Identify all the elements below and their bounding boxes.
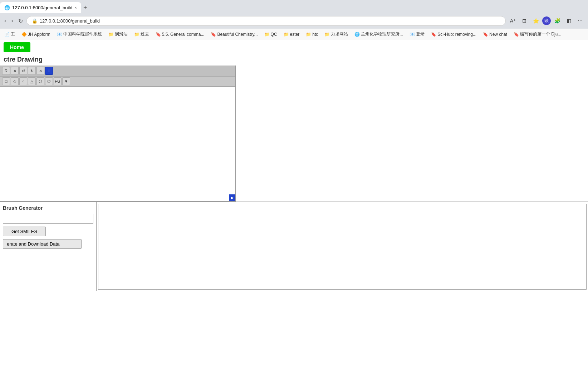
bookmark-htc[interactable]: 📁 htc [304, 31, 319, 38]
bookmark-past[interactable]: 📁 过去 [133, 30, 151, 38]
browser-tool-3[interactable]: ⭐ [531, 16, 541, 26]
bookmark-folder-icon: 📁 [306, 32, 311, 37]
page-title-area: ctre Drawing [0, 54, 588, 66]
drawing-toolbar: R ✕ ↺ ↻ ✕ i [0, 66, 235, 77]
tab-label: 127.0.0.1:8000/general_build [12, 5, 72, 10]
bookmark-folder-icon: 📁 [108, 32, 114, 37]
bookmark-lanzhou[interactable]: 🌐 兰州化学物理研究所... [353, 30, 405, 38]
back-button[interactable]: ‹ [3, 16, 8, 25]
tool-diamond[interactable]: ◇ [11, 77, 19, 85]
smiles-input[interactable] [3, 214, 93, 224]
bookmark-icon: 🔖 [483, 32, 488, 37]
get-smiles-button[interactable]: Get SMILES [3, 227, 46, 236]
extension-icon[interactable]: 🧩 [552, 16, 562, 26]
page-title: ctre Drawing [4, 56, 584, 63]
bookmarks-bar: 📄 工 🔶 JH Appform 📧 中国科学院邮件系统 📁 润滑油 📁 过去 … [0, 29, 588, 40]
bookmark-qc[interactable]: 📁 QC [263, 31, 279, 38]
bookmark-folder-icon: 📁 [134, 32, 139, 37]
bottom-section: Brush Generator Get SMILES erate and Dow… [0, 202, 588, 291]
drawing-canvas-wrapper: R ✕ ↺ ↻ ✕ i □ ◇ ○ △ ⬡ ⬠ FG ▼ [0, 66, 236, 202]
drawing-toolbar2: □ ◇ ○ △ ⬡ ⬠ FG ▼ [0, 77, 235, 87]
active-tab[interactable]: 🌐 127.0.0.1:8000/general_build × [0, 2, 81, 13]
bookmark-newchat[interactable]: 🔖 New chat [481, 31, 509, 38]
tab-close-button[interactable]: × [74, 5, 77, 10]
tool-circle1[interactable]: ○ [19, 77, 27, 85]
tool-lasso[interactable]: ✕ [11, 67, 19, 75]
bookmark-jh[interactable]: 🔶 JH Appform [20, 31, 52, 38]
lock-icon: 🔒 [32, 18, 38, 24]
bookmark-folder-icon: 📁 [284, 32, 289, 37]
tool-triangle[interactable]: △ [28, 77, 36, 85]
bookmark-ester[interactable]: 📁 ester [282, 31, 301, 38]
bookmark-scihub[interactable]: 🔖 Sci-Hub: removing... [430, 31, 478, 38]
forward-button[interactable]: › [10, 16, 14, 25]
page-content: Home ctre Drawing R ✕ ↺ ↻ ✕ i □ ◇ ○ △ ⬡ [0, 40, 588, 368]
tool-info[interactable]: i [45, 67, 53, 75]
address-bar-row: ‹ › ↻ 🔒 127.0.0.1:8000/general_build A⁺ … [0, 13, 588, 29]
scroll-right-button[interactable]: ▶ [229, 194, 235, 201]
bookmark-icon: 🔖 [156, 32, 161, 37]
left-panel: Brush Generator Get SMILES erate and Dow… [0, 202, 97, 291]
bookmark-home[interactable]: 📄 工 [3, 30, 16, 38]
tool-redo[interactable]: ↻ [28, 67, 36, 75]
tool-fg[interactable]: FG [54, 77, 62, 85]
bookmark-chem[interactable]: 🔖 Beautiful Chemistry... [209, 31, 259, 38]
address-bar[interactable]: 🔒 127.0.0.1:8000/general_build [26, 16, 506, 26]
browser-toolbar: A⁺ ⊡ ⭐ 账 🧩 ◧ ⋯ [508, 16, 585, 26]
browser-tool-2[interactable]: ⊡ [519, 16, 529, 26]
bookmark-lube[interactable]: 📁 润滑油 [107, 30, 129, 38]
menu-icon[interactable]: ⋯ [575, 16, 585, 26]
tool-clear[interactable]: ✕ [36, 67, 44, 75]
tool-hex[interactable]: ⬡ [36, 77, 44, 85]
right-panel [98, 204, 587, 290]
tool-select[interactable]: R [2, 67, 10, 75]
bookmark-icon: 🔖 [431, 32, 436, 37]
sidebar-icon[interactable]: ◧ [564, 16, 574, 26]
bookmark-icon: 🔖 [211, 32, 216, 37]
generate-download-button[interactable]: erate and Download Data [3, 239, 82, 249]
url-text: 127.0.0.1:8000/general_build [40, 18, 500, 24]
tool-dropdown[interactable]: ▼ [62, 77, 70, 85]
profile-icon[interactable]: 账 [542, 16, 551, 25]
new-tab-button[interactable]: + [81, 3, 89, 12]
bookmark-icon: 📧 [57, 32, 62, 37]
drawing-section: R ✕ ↺ ↻ ✕ i □ ◇ ○ △ ⬡ ⬠ FG ▼ [0, 66, 588, 368]
bookmark-login[interactable]: 📧 登录 [408, 30, 426, 38]
page-nav: Home [0, 40, 588, 54]
bookmark-django[interactable]: 🔖 编写你的第一个 Dja... [512, 30, 563, 38]
tab-favicon: 🌐 [4, 5, 10, 10]
brush-generator-title: Brush Generator [3, 205, 93, 211]
bookmark-icon: 🔶 [21, 32, 27, 37]
bookmark-mail[interactable]: 📧 中国科学院邮件系统 [55, 30, 103, 38]
bookmark-general[interactable]: 🔖 5.5. General comma... [154, 31, 206, 38]
bookmark-icon: 🌐 [354, 32, 360, 37]
bookmark-icon: 📄 [4, 32, 10, 37]
tool-pent[interactable]: ⬠ [45, 77, 53, 85]
bookmark-icon: 📧 [410, 32, 415, 37]
bookmark-folder-icon: 📁 [264, 32, 270, 37]
browser-tool-1[interactable]: A⁺ [508, 16, 518, 26]
bookmark-icon: 🔖 [514, 32, 519, 37]
bookmark-folder-icon: 📁 [324, 32, 330, 37]
home-button[interactable]: Home [4, 42, 30, 52]
tool-undo[interactable]: ↺ [19, 67, 27, 75]
tool-rect[interactable]: □ [2, 77, 10, 85]
reload-button[interactable]: ↻ [17, 16, 24, 26]
bookmark-forcefield[interactable]: 📁 力场网站 [323, 30, 349, 38]
